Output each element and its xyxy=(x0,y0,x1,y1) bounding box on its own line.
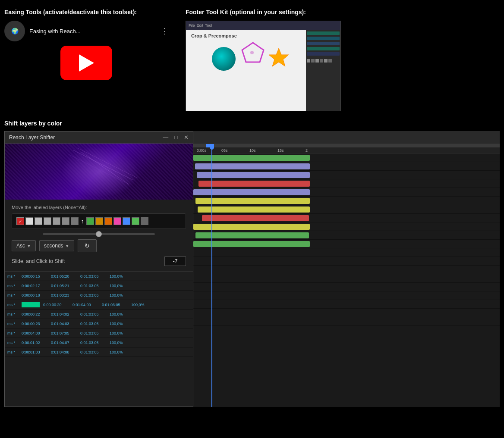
color-swatch-8[interactable] xyxy=(95,217,103,225)
track-bar-4 xyxy=(193,189,310,195)
svg-line-8 xyxy=(69,154,125,182)
checked-swatch[interactable]: ✓ xyxy=(16,217,24,225)
ftk-toolbar: File Edit Tool xyxy=(186,21,340,30)
track-row-6 xyxy=(193,205,500,214)
track-row-4 xyxy=(193,188,500,197)
color-checkbox-0[interactable]: ✓ xyxy=(16,217,24,225)
slider-row xyxy=(12,233,186,235)
slider-thumb[interactable] xyxy=(96,231,102,237)
color-swatch-4[interactable] xyxy=(53,217,60,225)
track-row-3 xyxy=(193,179,500,188)
color-swatch-12[interactable] xyxy=(132,217,139,225)
yt-play-btn-container xyxy=(4,46,168,80)
color-swatch-6[interactable] xyxy=(71,217,79,225)
ftk-inner: File Edit Tool Crop & Precompose xyxy=(186,21,340,111)
dialog-image-svg xyxy=(56,146,142,197)
ftk-canvas: Crop & Precompose xyxy=(186,30,306,111)
top-section: Easing Tools (activate/deactivate this t… xyxy=(0,0,504,116)
layer-row-1: ms * 0:00:02:17 0:01:05:21 0:01:03:05 10… xyxy=(5,281,193,291)
unit-label: seconds xyxy=(44,243,63,249)
track-bar-0 xyxy=(193,155,310,161)
track-bar-9 xyxy=(195,232,309,238)
sort-label: Asc xyxy=(16,243,25,249)
refresh-button[interactable]: ↻ xyxy=(78,239,97,252)
yt-play-button[interactable] xyxy=(60,46,112,80)
yt-menu-icon[interactable]: ⋮ xyxy=(161,26,168,36)
track-row-empty-8 xyxy=(193,317,500,326)
dialog-body: Move the labeled layers (None=All): ✓ xyxy=(5,200,193,271)
dialog-label: Move the labeled layers (None=All): xyxy=(12,205,186,210)
cursor-indicator: ↑ xyxy=(80,217,85,225)
track-row-5 xyxy=(193,197,500,205)
yt-channel-name: Easing with Reach... xyxy=(29,28,156,34)
track-row-empty-2 xyxy=(193,266,500,274)
layer-row-2: ms * 0:00:00:18 0:01:03:23 0:01:03:05 10… xyxy=(5,291,193,300)
color-swatch-1[interactable] xyxy=(25,217,33,225)
scrubber-bar[interactable] xyxy=(193,144,500,147)
slide-label: Slide, and Click to Shift xyxy=(12,258,65,264)
close-button[interactable]: ✕ xyxy=(184,134,189,141)
track-row-10 xyxy=(193,240,500,248)
unit-dropdown[interactable]: seconds ▼ xyxy=(39,240,74,251)
track-bar-8 xyxy=(193,224,310,230)
layer-color-bar xyxy=(22,302,40,307)
track-row-empty-4 xyxy=(193,283,500,291)
svg-line-5 xyxy=(73,150,133,180)
ruler-label-0: 0:00s xyxy=(197,148,206,153)
ruler-label-4: 2 xyxy=(306,148,308,153)
shift-section-title: Shift layers by color xyxy=(4,120,500,127)
ftk-timeline xyxy=(186,111,340,111)
track-row-empty-7 xyxy=(193,309,500,317)
color-swatch-13[interactable] xyxy=(141,217,148,225)
track-bar-6 xyxy=(198,206,310,213)
unit-dropdown-arrow: ▼ xyxy=(65,244,69,248)
timeline-ruler: 0:00s 05s 10s 15s 2 xyxy=(193,144,500,153)
dialog-image xyxy=(5,144,193,200)
color-swatch-7[interactable] xyxy=(86,217,94,225)
svg-line-6 xyxy=(77,148,138,178)
playhead-line xyxy=(211,144,212,407)
shift-layers-section: Shift layers by color Reach Layer Shifte… xyxy=(0,116,504,407)
dialog-window: Reach Layer Shifter — □ ✕ xyxy=(4,131,193,407)
ftk-panel xyxy=(306,30,340,111)
refresh-icon: ↻ xyxy=(85,242,90,249)
track-row-empty-3 xyxy=(193,274,500,283)
color-swatch-10[interactable] xyxy=(113,217,121,225)
color-swatch-11[interactable] xyxy=(123,217,130,225)
controls-row: Asc ▼ seconds ▼ ↻ xyxy=(12,239,186,252)
shape-star xyxy=(268,47,290,69)
sort-dropdown[interactable]: Asc ▼ xyxy=(12,240,36,251)
pentagon-dot xyxy=(250,50,254,55)
color-swatch-2[interactable] xyxy=(35,217,42,225)
layer-list: ms * 0:00:00:15 0:01:05:20 0:01:03:05 10… xyxy=(5,271,193,357)
easing-tools-title: Easing Tools (activate/deactivate this t… xyxy=(4,9,168,16)
slide-value-input[interactable] xyxy=(164,257,186,266)
slider-track[interactable] xyxy=(43,233,155,235)
svg-point-4 xyxy=(250,51,254,54)
svg-text:🌍: 🌍 xyxy=(11,28,19,35)
dialog-title: Reach Layer Shifter xyxy=(9,135,55,141)
layer-row-0: ms * 0:00:00:15 0:01:05:20 0:01:03:05 10… xyxy=(5,272,193,281)
footer-toolkit-section: Footer Tool Kit (optional in your settin… xyxy=(186,9,500,111)
color-swatch-5[interactable] xyxy=(62,217,69,225)
ftk-main: Crop & Precompose xyxy=(186,30,340,111)
sort-dropdown-arrow: ▼ xyxy=(27,244,31,248)
dialog-titlebar: Reach Layer Shifter — □ ✕ xyxy=(5,131,193,144)
color-swatch-9[interactable] xyxy=(104,217,112,225)
combined-view: Reach Layer Shifter — □ ✕ xyxy=(4,131,500,407)
color-swatch-3[interactable] xyxy=(44,217,51,225)
layer-row-3: ms * 0:00:00:20 0:01:04:00 0:01:03:05 10… xyxy=(5,300,193,310)
track-row-9 xyxy=(193,231,500,240)
svg-marker-3 xyxy=(269,48,289,66)
timeline-panel: 0:00s 05s 10s 15s 2 xyxy=(193,131,500,407)
yt-play-triangle xyxy=(79,54,94,72)
maximize-button[interactable]: □ xyxy=(174,134,178,141)
minimize-button[interactable]: — xyxy=(163,134,168,141)
svg-line-7 xyxy=(82,152,129,185)
track-row-empty-1 xyxy=(193,257,500,266)
track-bar-2 xyxy=(197,172,310,178)
ruler-label-2: 10s xyxy=(249,148,256,153)
track-bar-7 xyxy=(202,215,309,221)
track-container xyxy=(193,153,500,326)
ftk-canvas-title: Crop & Precompose xyxy=(191,33,237,38)
